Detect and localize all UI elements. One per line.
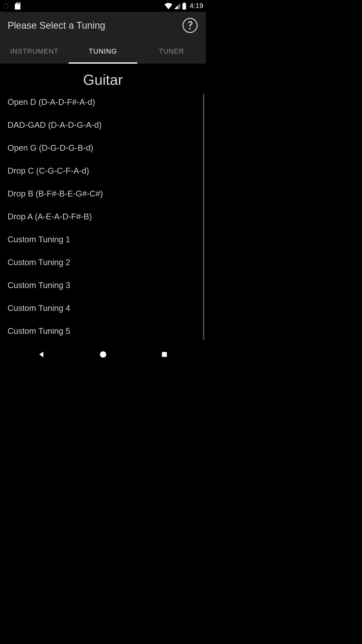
- cell-signal-icon: [174, 3, 180, 9]
- tuning-item-custom-3[interactable]: Custom Tuning 3: [8, 274, 198, 297]
- svg-point-15: [100, 351, 106, 357]
- tab-tuner[interactable]: TUNER: [137, 39, 206, 64]
- app-bar: Please Select a Tuning INSTRUMENT TUNING…: [0, 12, 206, 64]
- svg-rect-16: [162, 352, 167, 357]
- tuning-item-drop-b[interactable]: Drop B (B-F#-B-E-G#-C#): [8, 182, 198, 205]
- system-nav-bar: [0, 342, 206, 366]
- svg-rect-10: [19, 3, 19, 4]
- tuning-item-custom-5[interactable]: Custom Tuning 5: [8, 319, 198, 342]
- svg-point-3: [7, 7, 8, 8]
- tuning-item-dad-gad[interactable]: DAD-GAD (D-A-D-G-A-d): [8, 113, 198, 136]
- tuning-item-custom-4[interactable]: Custom Tuning 4: [8, 297, 198, 319]
- svg-point-2: [8, 6, 9, 6]
- svg-point-1: [7, 4, 8, 5]
- wifi-icon: [164, 3, 172, 9]
- home-circle-icon: [99, 351, 107, 358]
- svg-rect-11: [184, 3, 185, 4]
- nav-back-button[interactable]: [21, 347, 62, 362]
- list-item-label: Custom Tuning 2: [8, 258, 70, 267]
- list-item-label: Custom Tuning 3: [8, 280, 70, 290]
- list-item-label: Open G (D-G-D-G-B-d): [8, 143, 93, 153]
- list-item-label: Custom Tuning 1: [8, 235, 70, 244]
- back-triangle-icon: [38, 351, 45, 358]
- help-icon: [182, 18, 198, 33]
- tab-label: TUNER: [159, 48, 184, 55]
- list-item-label: Drop C (C-G-C-F-A-d): [8, 166, 89, 176]
- status-clock: 4:19: [190, 2, 203, 10]
- svg-point-7: [4, 4, 4, 5]
- svg-rect-12: [183, 3, 186, 10]
- status-right: 4:19: [164, 2, 203, 10]
- tuning-item-drop-a[interactable]: Drop A (A-E-A-D-F#-B): [8, 205, 198, 228]
- tab-label: TUNING: [89, 48, 117, 55]
- battery-icon: [182, 3, 187, 10]
- list-item-label: Drop B (B-F#-B-E-G#-C#): [8, 189, 103, 198]
- tab-row: INSTRUMENT TUNING TUNER: [0, 39, 206, 64]
- recents-square-icon: [161, 351, 168, 358]
- tuning-item-custom-1[interactable]: Custom Tuning 1: [8, 228, 198, 251]
- svg-point-4: [6, 8, 6, 9]
- status-left: [3, 3, 21, 10]
- scrollbar[interactable]: [203, 94, 204, 340]
- tuning-list: Open D (D-A-D-F#-A-d) DAD-GAD (D-A-D-G-A…: [0, 91, 206, 342]
- svg-point-0: [5, 3, 6, 4]
- list-item-label: Drop A (A-E-A-D-F#-B): [8, 212, 92, 221]
- help-button[interactable]: [182, 17, 198, 34]
- title-row: Please Select a Tuning: [0, 12, 206, 39]
- content-area: Guitar Open D (D-A-D-F#-A-d) DAD-GAD (D-…: [0, 64, 206, 342]
- sd-card-icon: [15, 3, 21, 10]
- tuning-item-custom-2[interactable]: Custom Tuning 2: [8, 251, 198, 274]
- list-item-label: Custom Tuning 4: [8, 303, 70, 313]
- list-item-label: Open D (D-A-D-F#-A-d): [8, 97, 95, 107]
- list-item-label: DAD-GAD (D-A-D-G-A-d): [8, 120, 102, 130]
- svg-point-6: [3, 6, 4, 6]
- section-heading: Guitar: [0, 71, 206, 88]
- page-title: Please Select a Tuning: [8, 20, 105, 31]
- svg-point-14: [189, 28, 191, 29]
- svg-rect-8: [17, 3, 17, 4]
- status-bar: 4:19: [0, 0, 206, 12]
- svg-rect-9: [18, 3, 18, 4]
- tuning-item-open-d[interactable]: Open D (D-A-D-F#-A-d): [8, 91, 198, 113]
- nav-recents-button[interactable]: [144, 347, 185, 362]
- tab-label: INSTRUMENT: [10, 48, 59, 55]
- svg-point-5: [4, 7, 4, 8]
- tuning-item-open-g[interactable]: Open G (D-G-D-G-B-d): [8, 136, 198, 159]
- loading-spinner-icon: [3, 3, 9, 9]
- list-item-label: Custom Tuning 5: [8, 326, 70, 336]
- tuning-item-drop-c[interactable]: Drop C (C-G-C-F-A-d): [8, 159, 198, 182]
- nav-home-button[interactable]: [83, 347, 123, 362]
- tab-instrument[interactable]: INSTRUMENT: [0, 39, 69, 64]
- tab-tuning[interactable]: TUNING: [69, 39, 137, 64]
